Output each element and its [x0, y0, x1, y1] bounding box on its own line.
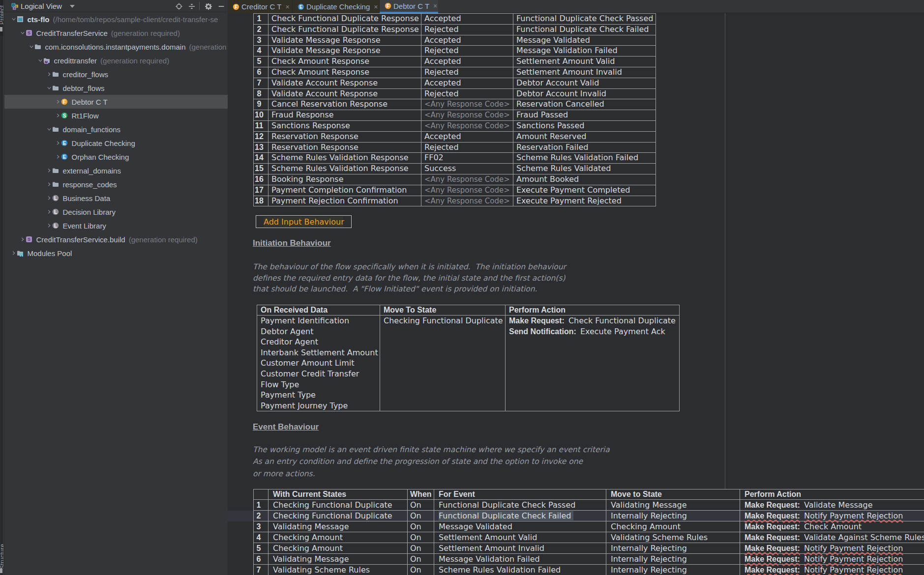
- tree-item-external-domains[interactable]: external_domains: [4, 164, 228, 177]
- input-table-row[interactable]: 14Scheme Rules Validation ResponseFF02Sc…: [254, 153, 656, 164]
- tab-label: Creditor C T: [241, 2, 281, 11]
- cell: 5: [254, 57, 268, 67]
- tree-item-duplicate-checking[interactable]: EDuplicate Checking: [4, 136, 228, 150]
- column-header: When: [408, 489, 434, 500]
- tree-item-debtor-c-t[interactable]: FDebtor C T: [4, 95, 228, 109]
- input-table-row[interactable]: 17Payment Completion Confirmation<Any Re…: [254, 185, 656, 196]
- close-icon[interactable]: ×: [433, 2, 437, 9]
- chevron-right-icon[interactable]: [47, 71, 52, 78]
- settings-icon[interactable]: [205, 3, 212, 10]
- chevron-down-icon[interactable]: [11, 16, 16, 23]
- input-table-row[interactable]: 6Check Amount ResponseRejectedSettlement…: [254, 67, 656, 78]
- event-behaviour-description: The working model is an event driven fin…: [253, 444, 610, 480]
- input-table-row[interactable]: 8Validate Account ResponseRejectedDebtor…: [254, 88, 656, 99]
- cell: Reservation Response: [268, 131, 421, 142]
- cell: Make Request:Check Amount: [740, 521, 924, 532]
- chevron-right-icon[interactable]: [56, 153, 60, 160]
- tree-item-response-codes[interactable]: response_codes: [4, 177, 228, 191]
- tree-item-modules-pool[interactable]: Modules Pool: [4, 246, 228, 260]
- input-table-row[interactable]: 5Check Amount ResponseAcceptedSettlement…: [254, 57, 656, 67]
- cell: Scheme Rules Validation Failed: [434, 565, 606, 575]
- tree-item-credittransfer[interactable]: Mcredittransfer(generation required): [4, 54, 228, 67]
- input-table-row[interactable]: 2Check Functional Duplicate ResponseReje…: [254, 24, 656, 35]
- folder-icon: [52, 85, 59, 91]
- input-table-row[interactable]: 13Reservation ResponseRejectedReservatio…: [254, 142, 656, 153]
- tree-item-domain-functions[interactable]: domain_functions: [4, 122, 228, 136]
- cell: Scheme Rules Validation Failed: [513, 153, 656, 164]
- cell: Booking Response: [268, 174, 421, 185]
- project-tool-label[interactable]: Project: [0, 5, 4, 25]
- cell: Functional Duplicate Check Failed: [434, 511, 606, 521]
- add-input-behaviour-button[interactable]: Add Input Behaviour: [256, 215, 352, 228]
- chevron-right-icon[interactable]: [56, 98, 60, 105]
- input-table-row[interactable]: 12Reservation ResponseAcceptedAmount Res…: [254, 131, 656, 142]
- hide-icon[interactable]: [218, 3, 225, 10]
- event-table-row[interactable]: 6Validating MessageOnMessage Validation …: [254, 554, 924, 565]
- event-table-row[interactable]: 1Checking Functional DuplicateOnFunction…: [254, 500, 924, 511]
- any-response-code: <Any Response Code>: [424, 197, 510, 205]
- tree-item-business-data[interactable]: LBusiness Data: [4, 191, 228, 205]
- chevron-down-icon[interactable]: [29, 43, 34, 50]
- tree-item-cts-flo[interactable]: cts-flo(/home/tomb/repos/sample-client/c…: [4, 12, 228, 26]
- chevron-down-icon[interactable]: [20, 29, 25, 36]
- tree-item-credittransferservice-build[interactable]: SCreditTransferService.build(generation …: [4, 232, 228, 246]
- chevron-right-icon[interactable]: [20, 236, 25, 243]
- chevron-down-icon[interactable]: [70, 5, 75, 8]
- chevron-down-icon[interactable]: [47, 126, 52, 133]
- tree-item-event-library[interactable]: LEvent Library: [4, 219, 228, 232]
- input-table-row[interactable]: 15Scheme Rules Validation ResponseSucces…: [254, 164, 656, 174]
- action-label: Make Request:: [745, 501, 800, 509]
- tool-window-title[interactable]: Logical View: [21, 2, 62, 10]
- chevron-right-icon[interactable]: [56, 140, 60, 146]
- chevron-right-icon[interactable]: [56, 112, 60, 119]
- chevron-right-icon[interactable]: [47, 222, 52, 229]
- svg-text:E: E: [62, 154, 66, 160]
- tree-item-decision-library[interactable]: LDecision Library: [4, 205, 228, 219]
- input-table-row[interactable]: 9Cancel Reservation Response<Any Respons…: [254, 99, 656, 110]
- collapse-all-icon[interactable]: [188, 3, 195, 10]
- structure-tool-label[interactable]: Structure: [0, 544, 4, 569]
- chevron-down-icon[interactable]: [38, 57, 43, 64]
- description-line: or more actions.: [253, 468, 610, 480]
- chevron-right-icon[interactable]: [47, 208, 52, 215]
- editor-tab-creditor-c-t[interactable]: FCreditor C T×: [228, 0, 293, 13]
- input-table-row[interactable]: 18Payment Rejection Confirmation<Any Res…: [254, 196, 656, 206]
- folder-icon: [52, 126, 59, 133]
- close-icon[interactable]: ×: [374, 3, 378, 10]
- event-table-row[interactable]: 7Validating Scheme RulesOnScheme Rules V…: [254, 565, 924, 575]
- event-table-row[interactable]: 2Checking Functional DuplicateOnFunction…: [254, 511, 924, 521]
- tree-item-rt1flow[interactable]: SRt1Flow: [4, 109, 228, 122]
- event-table-row[interactable]: 5Checking AmountOnSettlement Amount Inva…: [254, 543, 924, 554]
- input-table-row[interactable]: 10Fraud Response<Any Response Code>Fraud…: [254, 110, 656, 121]
- tree-item-creditor-flows[interactable]: creditor_flows: [4, 67, 228, 81]
- input-table-row[interactable]: 7Validate Account ResponseAcceptedDebtor…: [254, 78, 656, 88]
- project-tool-window: DLS Logical View cts-flo(/home/tomb/repo…: [4, 0, 228, 575]
- chevron-right-icon[interactable]: [47, 181, 52, 188]
- column-header: Perform Action: [506, 305, 680, 316]
- description-line: The behaviour of the flow specifically w…: [253, 261, 566, 273]
- tree-item-orphan-checking[interactable]: EOrphan Checking: [4, 150, 228, 164]
- event-table-row[interactable]: 3Validating MessageOnMessage ValidatedCh…: [254, 521, 924, 532]
- library-icon: L: [52, 195, 59, 201]
- close-icon[interactable]: ×: [285, 3, 289, 10]
- input-table-row[interactable]: 11Sanctions Response<Any Response Code>S…: [254, 120, 656, 131]
- locate-icon[interactable]: [176, 3, 182, 10]
- input-table-row[interactable]: 16Booking Response<Any Response Code>Amo…: [254, 174, 656, 185]
- event-table-row[interactable]: 4Checking AmountOnSettlement Amount Vali…: [254, 532, 924, 543]
- input-table-row[interactable]: 3Validate Message ResponseAcceptedMessag…: [254, 35, 656, 46]
- tree-item-debtor-flows[interactable]: debtor_flows: [4, 81, 228, 95]
- svg-text:S: S: [27, 30, 30, 35]
- chevron-right-icon[interactable]: [47, 167, 52, 174]
- chevron-right-icon[interactable]: [47, 195, 52, 201]
- chevron-down-icon[interactable]: [47, 85, 52, 91]
- any-response-code: <Any Response Code>: [424, 100, 510, 109]
- action: Make Request:Validate Message: [745, 500, 873, 510]
- action-label: Send Notification:: [509, 327, 576, 336]
- chevron-right-icon[interactable]: [11, 250, 16, 257]
- tree-item-credittransferservice[interactable]: SCreditTransferService(generation requir…: [4, 26, 228, 40]
- editor-tab-duplicate-checking[interactable]: EDuplicate Checking×: [293, 0, 380, 13]
- editor-tab-debtor-c-t[interactable]: FDebtor C T×: [380, 0, 438, 13]
- tree-item-com-iconsolutions-instantpayments-domain[interactable]: com.iconsolutions.instantpayments.domain…: [4, 40, 228, 54]
- input-table-row[interactable]: 1Check Functional Duplicate ResponseAcce…: [254, 14, 656, 25]
- input-table-row[interactable]: 4Validate Message ResponseRejectedMessag…: [254, 46, 656, 57]
